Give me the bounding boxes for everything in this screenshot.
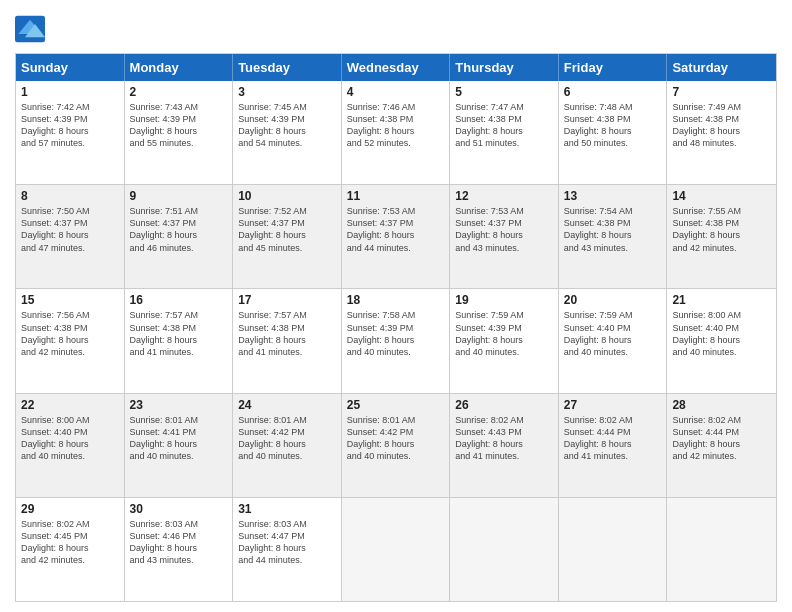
logo-icon [15,15,45,43]
calendar-cell: 14Sunrise: 7:55 AMSunset: 4:38 PMDayligh… [667,185,776,288]
cell-line: Sunrise: 7:57 AM [238,309,336,321]
cell-line: Sunset: 4:38 PM [672,113,771,125]
day-number: 12 [455,189,553,203]
cell-line: Sunrise: 8:01 AM [347,414,445,426]
cell-line: Sunset: 4:38 PM [672,217,771,229]
cell-line: Sunset: 4:38 PM [238,322,336,334]
calendar-cell [667,498,776,601]
day-number: 23 [130,398,228,412]
cell-line: and 41 minutes. [564,450,662,462]
cell-line: and 42 minutes. [672,450,771,462]
cell-line: and 40 minutes. [672,346,771,358]
cell-line: Daylight: 8 hours [238,125,336,137]
cell-line: and 40 minutes. [564,346,662,358]
cell-line: Daylight: 8 hours [455,438,553,450]
cell-line: Daylight: 8 hours [130,438,228,450]
calendar-cell: 28Sunrise: 8:02 AMSunset: 4:44 PMDayligh… [667,394,776,497]
cell-line: Sunrise: 7:49 AM [672,101,771,113]
day-number: 24 [238,398,336,412]
calendar: SundayMondayTuesdayWednesdayThursdayFrid… [15,53,777,602]
cell-line: Sunset: 4:44 PM [672,426,771,438]
cell-line: Daylight: 8 hours [130,125,228,137]
header-day-sunday: Sunday [16,54,125,81]
cell-line: Sunset: 4:39 PM [455,322,553,334]
calendar-cell [559,498,668,601]
cell-line: Sunset: 4:37 PM [455,217,553,229]
cell-line: Sunrise: 7:59 AM [455,309,553,321]
calendar-header: SundayMondayTuesdayWednesdayThursdayFrid… [16,54,776,81]
cell-line: Sunset: 4:40 PM [21,426,119,438]
cell-line: Sunrise: 8:00 AM [21,414,119,426]
cell-line: and 40 minutes. [21,450,119,462]
day-number: 1 [21,85,119,99]
calendar-cell: 6Sunrise: 7:48 AMSunset: 4:38 PMDaylight… [559,81,668,184]
calendar-cell [342,498,451,601]
header-day-thursday: Thursday [450,54,559,81]
cell-line: Daylight: 8 hours [238,334,336,346]
day-number: 21 [672,293,771,307]
calendar-row-2: 15Sunrise: 7:56 AMSunset: 4:38 PMDayligh… [16,288,776,392]
cell-line: Sunset: 4:37 PM [130,217,228,229]
cell-line: Daylight: 8 hours [130,542,228,554]
cell-line: Sunrise: 7:46 AM [347,101,445,113]
cell-line: and 43 minutes. [130,554,228,566]
cell-line: and 51 minutes. [455,137,553,149]
calendar-row-1: 8Sunrise: 7:50 AMSunset: 4:37 PMDaylight… [16,184,776,288]
cell-line: Daylight: 8 hours [347,334,445,346]
calendar-cell: 9Sunrise: 7:51 AMSunset: 4:37 PMDaylight… [125,185,234,288]
day-number: 22 [21,398,119,412]
calendar-cell: 20Sunrise: 7:59 AMSunset: 4:40 PMDayligh… [559,289,668,392]
day-number: 7 [672,85,771,99]
cell-line: Sunrise: 7:57 AM [130,309,228,321]
cell-line: and 48 minutes. [672,137,771,149]
header-day-monday: Monday [125,54,234,81]
cell-line: Sunset: 4:40 PM [672,322,771,334]
calendar-cell: 11Sunrise: 7:53 AMSunset: 4:37 PMDayligh… [342,185,451,288]
cell-line: Sunset: 4:42 PM [238,426,336,438]
calendar-cell: 19Sunrise: 7:59 AMSunset: 4:39 PMDayligh… [450,289,559,392]
calendar-cell: 13Sunrise: 7:54 AMSunset: 4:38 PMDayligh… [559,185,668,288]
cell-line: and 41 minutes. [455,450,553,462]
day-number: 29 [21,502,119,516]
calendar-row-4: 29Sunrise: 8:02 AMSunset: 4:45 PMDayligh… [16,497,776,601]
day-number: 18 [347,293,445,307]
calendar-cell: 23Sunrise: 8:01 AMSunset: 4:41 PMDayligh… [125,394,234,497]
cell-line: Daylight: 8 hours [672,125,771,137]
cell-line: Daylight: 8 hours [347,125,445,137]
day-number: 17 [238,293,336,307]
cell-line: Sunrise: 7:54 AM [564,205,662,217]
cell-line: and 57 minutes. [21,137,119,149]
cell-line: Daylight: 8 hours [21,229,119,241]
calendar-row-0: 1Sunrise: 7:42 AMSunset: 4:39 PMDaylight… [16,81,776,184]
cell-line: Daylight: 8 hours [455,125,553,137]
cell-line: Sunrise: 8:03 AM [238,518,336,530]
calendar-cell: 15Sunrise: 7:56 AMSunset: 4:38 PMDayligh… [16,289,125,392]
cell-line: and 41 minutes. [130,346,228,358]
cell-line: and 44 minutes. [347,242,445,254]
cell-line: and 46 minutes. [130,242,228,254]
cell-line: Daylight: 8 hours [238,229,336,241]
day-number: 8 [21,189,119,203]
cell-line: Daylight: 8 hours [347,438,445,450]
cell-line: Sunrise: 7:55 AM [672,205,771,217]
cell-line: and 40 minutes. [347,450,445,462]
cell-line: Daylight: 8 hours [672,334,771,346]
calendar-cell: 10Sunrise: 7:52 AMSunset: 4:37 PMDayligh… [233,185,342,288]
calendar-cell: 26Sunrise: 8:02 AMSunset: 4:43 PMDayligh… [450,394,559,497]
calendar-cell: 21Sunrise: 8:00 AMSunset: 4:40 PMDayligh… [667,289,776,392]
calendar-cell: 22Sunrise: 8:00 AMSunset: 4:40 PMDayligh… [16,394,125,497]
cell-line: Sunrise: 7:50 AM [21,205,119,217]
day-number: 31 [238,502,336,516]
cell-line: Daylight: 8 hours [238,542,336,554]
calendar-cell: 25Sunrise: 8:01 AMSunset: 4:42 PMDayligh… [342,394,451,497]
calendar-cell: 1Sunrise: 7:42 AMSunset: 4:39 PMDaylight… [16,81,125,184]
cell-line: Daylight: 8 hours [347,229,445,241]
calendar-cell: 17Sunrise: 7:57 AMSunset: 4:38 PMDayligh… [233,289,342,392]
cell-line: Sunrise: 7:51 AM [130,205,228,217]
header-day-tuesday: Tuesday [233,54,342,81]
day-number: 25 [347,398,445,412]
day-number: 2 [130,85,228,99]
cell-line: Daylight: 8 hours [21,334,119,346]
cell-line: Sunrise: 7:42 AM [21,101,119,113]
day-number: 20 [564,293,662,307]
